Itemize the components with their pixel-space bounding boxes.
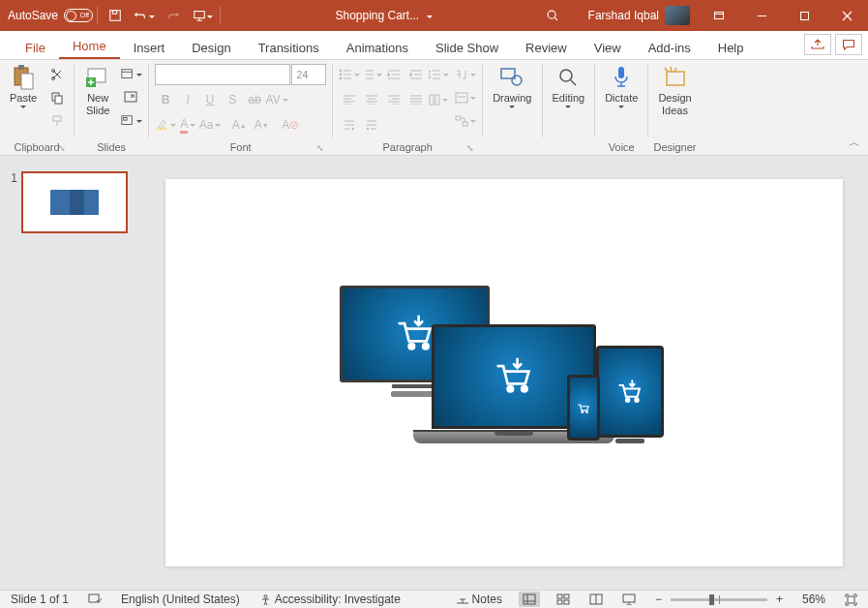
view-slideshow-button[interactable]: [619, 593, 639, 605]
document-title[interactable]: Shopping Cart...: [335, 9, 419, 22]
svg-rect-49: [623, 594, 635, 602]
avatar: [665, 6, 690, 25]
collapse-ribbon-icon[interactable]: ︿: [849, 135, 860, 151]
copy-button[interactable]: [46, 87, 68, 108]
devices-image[interactable]: [340, 286, 669, 460]
present-from-start-button[interactable]: [189, 2, 216, 29]
slide-thumbnails-panel[interactable]: 1: [0, 156, 140, 590]
svg-point-36: [522, 386, 526, 391]
clear-format-button: A⊘: [280, 114, 301, 136]
accessibility-status[interactable]: Accessibility: Investigate: [256, 593, 404, 606]
svg-point-30: [560, 70, 572, 81]
strikethrough-button: ab: [244, 89, 265, 110]
notes-button[interactable]: Notes: [453, 593, 505, 606]
drawing-label: Drawing: [493, 92, 531, 104]
tab-transitions[interactable]: Transitions: [245, 35, 333, 59]
design-ideas-button[interactable]: Design Ideas: [652, 62, 697, 118]
new-slide-button[interactable]: New Slide: [78, 62, 117, 118]
new-slide-label-2: Slide: [86, 105, 109, 116]
ribbon-group-editing: Editing: [543, 60, 595, 155]
minimize-button[interactable]: [740, 0, 783, 31]
tab-design[interactable]: Design: [178, 35, 244, 59]
svg-rect-17: [125, 92, 136, 102]
slide-counter[interactable]: Slide 1 of 1: [8, 593, 72, 606]
bullets-button: [339, 64, 360, 85]
font-color-fill-button: [155, 114, 176, 136]
svg-point-29: [512, 76, 522, 85]
paste-button[interactable]: Paste: [4, 62, 43, 113]
dictate-label: Dictate: [605, 92, 638, 104]
tab-slideshow[interactable]: Slide Show: [422, 35, 512, 59]
zoom-slider[interactable]: [671, 598, 767, 601]
zoom-level[interactable]: 56%: [799, 593, 828, 606]
svg-rect-26: [456, 116, 461, 120]
tab-insert[interactable]: Insert: [120, 35, 179, 59]
view-reading-button[interactable]: [586, 593, 606, 605]
line-spacing-button: [428, 64, 449, 85]
fit-to-window-button[interactable]: [842, 593, 860, 606]
increase-font-button: A▲: [228, 114, 250, 136]
save-icon[interactable]: [102, 2, 129, 29]
tab-addins[interactable]: Add-ins: [635, 35, 704, 59]
status-bar: Slide 1 of 1 English (United States) Acc…: [0, 590, 868, 608]
cut-button[interactable]: [46, 64, 68, 85]
designer-group-label: Designer: [652, 141, 697, 155]
change-case-button: Aa: [199, 114, 221, 136]
language-status[interactable]: English (United States): [118, 593, 243, 606]
search-button[interactable]: [546, 9, 581, 22]
svg-rect-25: [456, 93, 467, 103]
svg-rect-46: [557, 600, 562, 604]
svg-rect-45: [564, 594, 569, 598]
tab-view[interactable]: View: [581, 35, 635, 59]
svg-rect-2: [194, 12, 204, 18]
close-button[interactable]: [825, 0, 868, 31]
tab-help[interactable]: Help: [704, 35, 758, 59]
drawing-button[interactable]: Drawing: [487, 62, 537, 113]
svg-point-33: [408, 344, 413, 349]
indent-increase-button: [405, 64, 427, 85]
tab-review[interactable]: Review: [512, 35, 581, 59]
ribbon-group-drawing: Drawing: [483, 60, 541, 155]
view-sorter-button[interactable]: [554, 593, 573, 605]
layout-button[interactable]: [121, 64, 142, 85]
tab-file[interactable]: File: [12, 35, 59, 59]
svg-rect-12: [55, 96, 62, 104]
svg-rect-44: [557, 594, 562, 598]
autosave-toggle[interactable]: AutoSave Off: [8, 9, 93, 22]
design-ideas-label-2: Ideas: [662, 105, 688, 116]
autosave-state: Off: [80, 12, 89, 18]
paragraph-launcher-icon[interactable]: ⤡: [464, 143, 476, 155]
svg-point-39: [582, 410, 584, 412]
view-normal-button[interactable]: [519, 592, 540, 607]
svg-rect-16: [122, 70, 133, 78]
share-button[interactable]: [804, 34, 831, 55]
reset-button[interactable]: [121, 87, 142, 108]
svg-rect-32: [667, 72, 684, 85]
slide-canvas[interactable]: [165, 179, 843, 566]
tab-home[interactable]: Home: [59, 33, 120, 59]
dictate-button[interactable]: Dictate: [599, 62, 644, 113]
ribbon-group-font: B I U S ab AV A Aa A▲ A▼ A⊘: [149, 60, 332, 155]
svg-rect-7: [18, 65, 24, 70]
thumbnail-number: 1: [8, 171, 17, 233]
comments-button[interactable]: [835, 34, 862, 55]
svg-rect-47: [564, 600, 569, 604]
ribbon-group-voice: Dictate Voice: [595, 60, 647, 155]
undo-button[interactable]: [131, 2, 158, 29]
maximize-button[interactable]: [783, 0, 825, 31]
ribbon-group-paragraph: Paragraph⤡: [333, 60, 482, 155]
font-launcher-icon[interactable]: ⤡: [314, 143, 326, 155]
user-account[interactable]: Farshad Iqbal: [581, 6, 698, 25]
zoom-out-button[interactable]: −: [652, 593, 665, 606]
clipboard-launcher-icon[interactable]: ⤡: [56, 143, 68, 155]
document-dropdown-icon[interactable]: [423, 9, 433, 22]
slide-thumbnail-1[interactable]: [21, 171, 128, 233]
tab-animations[interactable]: Animations: [333, 35, 422, 59]
section-button[interactable]: [121, 110, 142, 132]
font-size-select[interactable]: [291, 64, 326, 85]
editing-button[interactable]: Editing: [547, 62, 591, 113]
spell-check-icon[interactable]: [85, 593, 105, 605]
ribbon-display-button[interactable]: [698, 0, 740, 31]
font-family-select[interactable]: [155, 64, 290, 85]
zoom-in-button[interactable]: +: [773, 593, 786, 606]
